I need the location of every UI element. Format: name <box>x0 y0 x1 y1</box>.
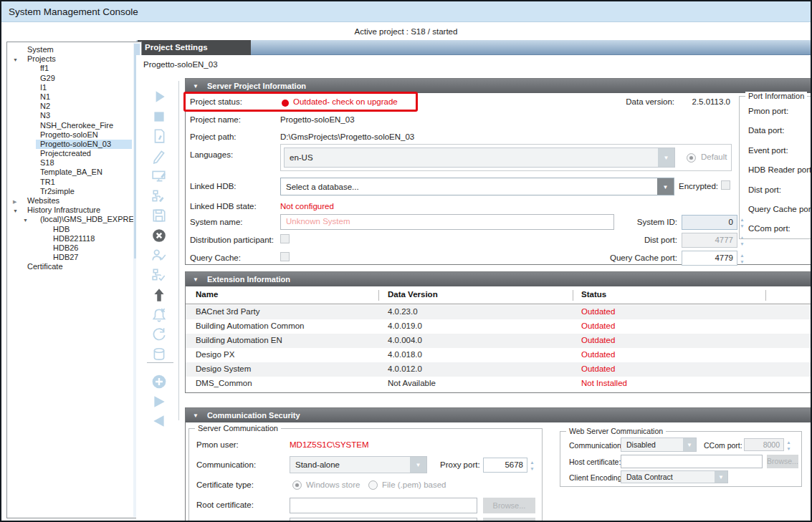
collapse-icon[interactable]: ▼ <box>193 273 199 287</box>
root-certificate-input[interactable] <box>290 498 477 513</box>
tree-item-certificate[interactable]: Certificate <box>7 262 141 271</box>
smc-window: System Management Console Active project… <box>0 0 812 522</box>
stop-project-icon[interactable] <box>151 109 167 125</box>
tree-item-hdb26[interactable]: HDB26 <box>7 243 141 253</box>
tree-item-hdb27[interactable]: HDB27 <box>7 253 141 262</box>
tree-item-label: N2 <box>40 102 50 111</box>
host-certificate-input[interactable] <box>290 518 477 522</box>
chevron-down-icon[interactable] <box>658 148 674 167</box>
tree-item-n1[interactable]: N1 <box>7 92 141 102</box>
table-row[interactable]: DMS_CommonNot AvailableNot Installed <box>186 377 811 391</box>
chevron-down-icon[interactable] <box>683 438 696 451</box>
web-host-certificate-input[interactable] <box>621 455 763 468</box>
query-cache-port-stepper[interactable]: 4779 <box>682 251 737 266</box>
root-certificate-label: Root certificate: <box>196 501 254 509</box>
mute-notifications-icon[interactable] <box>151 307 167 323</box>
encrypted-checkbox[interactable] <box>721 180 730 190</box>
tree-item-system[interactable]: System <box>7 45 141 54</box>
tree-item-n3[interactable]: N3 <box>7 111 141 120</box>
chevron-down-icon[interactable] <box>715 471 727 483</box>
create-project-icon[interactable] <box>151 128 167 144</box>
linked-hdb-dropdown[interactable]: Select a database... <box>280 178 674 195</box>
client-encoding-dropdown[interactable]: Data Contract <box>621 470 728 483</box>
tree-item-n2[interactable]: N2 <box>7 102 141 111</box>
section-header-extension-information[interactable]: ▼Extension Information <box>186 272 811 286</box>
web-communication-dropdown[interactable]: Disabled <box>621 438 697 452</box>
tree-item-history-infrastructure[interactable]: ▼History Infrastructure <box>7 206 141 215</box>
tree-item-label: Projectcreated <box>40 149 91 158</box>
default-language-radio[interactable] <box>687 153 696 163</box>
tree-item-websites[interactable]: ▶Websites <box>7 196 141 206</box>
section-extension-information: ▼Extension Information Name Data Version… <box>185 271 812 393</box>
table-row[interactable]: Desigo PX4.0.018.0Outdated <box>186 348 811 362</box>
stepper-arrows-icon[interactable]: ▲▼ <box>738 251 746 266</box>
tree-item--local-gms-hdb-express[interactable]: ▼(local)\GMS_HDB_EXPRESS <box>7 215 141 224</box>
edit-distribution-icon[interactable] <box>151 188 167 204</box>
dist-port-stepper[interactable]: 4777 <box>682 233 737 248</box>
tree-item-projects[interactable]: ▼Projects <box>7 54 141 64</box>
edit-station-icon[interactable] <box>151 168 167 184</box>
tree-item-tr2simple[interactable]: Tr2simple <box>7 187 141 196</box>
tree-item-projectcreated[interactable]: Projectcreated <box>7 149 141 158</box>
root-certificate-browse-button[interactable]: Browse... <box>483 498 535 513</box>
add-icon[interactable] <box>151 374 167 390</box>
language-dropdown[interactable]: en-US <box>284 148 675 168</box>
upgrade-project-icon[interactable] <box>151 287 167 303</box>
close-project-icon[interactable] <box>151 228 167 243</box>
column-header-status[interactable]: Status <box>581 290 606 299</box>
tree-item-template-ba-en[interactable]: Template_BA_EN <box>7 168 141 177</box>
tree-item-g29[interactable]: G29 <box>7 74 141 83</box>
tree-item-hdb[interactable]: HDB <box>7 225 141 234</box>
distribution-participant-checkbox[interactable] <box>280 234 290 243</box>
table-row[interactable]: Building Automation Common4.0.019.0Outda… <box>186 319 811 334</box>
system-name-input[interactable]: Unknown System <box>280 214 614 230</box>
stepper-arrows-icon[interactable]: ▲▼ <box>785 438 793 451</box>
table-row[interactable]: Desigo System4.0.012.0Outdated <box>186 362 811 377</box>
port-information-group: Port Information Pmon port:Data port:Eve… <box>739 96 812 239</box>
column-header-name[interactable]: Name <box>196 290 218 299</box>
link-system-icon[interactable] <box>151 267 167 283</box>
toolbar <box>142 81 179 420</box>
stepper-arrows-icon[interactable]: ▲▼ <box>528 458 536 473</box>
tree-item-nsh-cherokee-fire[interactable]: NSH_Cherokee_Fire <box>7 121 141 130</box>
chevron-down-icon[interactable] <box>657 178 674 195</box>
query-cache-checkbox[interactable] <box>280 252 290 261</box>
tree-item-s18[interactable]: S18 <box>7 158 141 168</box>
activate-next-icon[interactable] <box>151 394 167 410</box>
linked-hdb-state-value: Not configured <box>280 202 334 211</box>
activate-previous-icon[interactable] <box>151 413 167 429</box>
project-name-label: Project name: <box>190 115 241 124</box>
host-certificate-browse-button[interactable]: Browse... <box>483 518 535 522</box>
section-header-server-project-information[interactable]: ▼Server Project Information <box>186 79 811 93</box>
server-communication-group: Server Communication Pmon user: MD1Z5S1C… <box>188 428 543 522</box>
tree-item-ff1[interactable]: ff1 <box>7 64 141 73</box>
save-project-icon[interactable] <box>151 208 167 223</box>
web-host-certificate-browse-button[interactable]: Browse... <box>767 455 798 468</box>
chevron-down-icon[interactable] <box>410 457 426 473</box>
section-header-communication-security[interactable]: ▼Communication Security <box>186 408 811 422</box>
system-id-stepper[interactable]: 0 <box>682 215 737 230</box>
table-row[interactable]: BACnet 3rd Party4.0.23.0Outdated <box>186 305 811 319</box>
tree-item-hdb221118[interactable]: HDB221118 <box>7 234 141 243</box>
edit-project-icon[interactable] <box>151 148 167 164</box>
communication-dropdown[interactable]: Stand-alone <box>290 456 427 473</box>
tree-item-progetto-soloen-03[interactable]: Progetto-soloEN_03 <box>7 140 141 149</box>
tree-item-tr1[interactable]: TR1 <box>7 178 141 187</box>
ccom-port-stepper[interactable]: 8000 <box>744 438 784 451</box>
table-row[interactable]: Building Automation EN4.0.004.0Outdated <box>186 334 811 348</box>
linked-hdb-state-label: Linked HDB state: <box>190 202 257 211</box>
collapse-icon[interactable]: ▼ <box>193 79 199 94</box>
restore-project-icon[interactable] <box>151 327 167 342</box>
clear-history-icon[interactable] <box>151 347 167 362</box>
start-project-icon[interactable] <box>151 89 167 105</box>
tree-item-progetto-soloen[interactable]: Progetto-soloEN <box>7 130 141 140</box>
tab-project-settings[interactable]: Project Settings <box>138 40 251 55</box>
tree-item-i1[interactable]: I1 <box>7 83 141 92</box>
file-pem-radio[interactable] <box>368 480 378 490</box>
column-header-data-version[interactable]: Data Version <box>388 290 438 299</box>
link-user-icon[interactable] <box>151 248 167 264</box>
proxy-port-stepper[interactable]: 5678 <box>483 458 527 473</box>
window-titlebar: System Management Console <box>1 1 811 22</box>
collapse-icon[interactable]: ▼ <box>193 409 199 423</box>
windows-store-radio[interactable] <box>292 480 302 490</box>
